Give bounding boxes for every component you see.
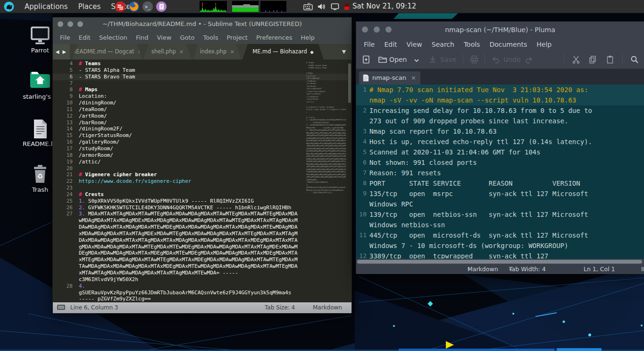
code-row: 9135/tcp open msrpc syn-ack ttl 127 Micr… <box>356 188 644 199</box>
document-tab-icon <box>363 74 369 82</box>
quick-launchers: >_ <box>115 1 167 12</box>
code-row: 123389/tcp open tcpwrapped syn-ack ttl 1… <box>356 251 644 259</box>
cpu-graph[interactable] <box>200 1 227 12</box>
code-row: Windows netbios-ssn <box>356 220 644 230</box>
sublime-menu-selection[interactable]: Selection <box>95 31 132 44</box>
code-row: Windows 7 - 10 microsoft-ds (workgroup: … <box>356 240 644 251</box>
toolbar-separator <box>485 54 485 65</box>
sublime-menu-view[interactable]: View <box>153 31 176 44</box>
pluma-toolbar: Open Save Undo <box>356 51 644 69</box>
insert-mode: INS <box>641 265 644 274</box>
sublime-tab-me-md-biohazard[interactable]: ME.md — Biohazard● <box>243 44 324 60</box>
tab-scroll-arrows[interactable]: ◀ ▶ <box>53 44 70 60</box>
sublime-menu-goto[interactable]: Goto <box>176 31 199 44</box>
anon-surf-icon[interactable] <box>115 1 125 12</box>
print-icon[interactable] <box>469 55 479 64</box>
cursor-position: Line 6, Column 3 <box>70 302 118 313</box>
pluma-menubar: FileEditViewSearchToolsDocumentsHelp <box>356 38 644 51</box>
cut-icon[interactable] <box>571 55 581 64</box>
tab-dirty-dot[interactable]: ● <box>310 50 314 54</box>
clock[interactable]: Sat Nov 21, 09:12 <box>352 0 416 13</box>
sublime-menu-edit[interactable]: Edit <box>75 31 95 44</box>
open-icon[interactable] <box>378 55 387 64</box>
terminal-icon[interactable]: >_ <box>142 1 153 12</box>
pluma-titlebar[interactable]: nmap-scan (~/THM/Blue) - Pluma <box>356 22 644 38</box>
firefox-icon[interactable] <box>129 1 139 12</box>
code-row: 284. <box>53 283 351 290</box>
sublime-menubar: FileEditSelectionFindViewGotoToolsProjec… <box>53 31 351 44</box>
search-icon[interactable] <box>630 55 639 64</box>
sublime-scrollbar[interactable] <box>348 63 351 103</box>
open-button-label[interactable]: Open <box>389 51 407 68</box>
syntax-indicator[interactable]: Markdown <box>313 302 342 313</box>
sublime-tab-readme-md-dogcat[interactable]: README.md — Dogcat× <box>72 44 142 60</box>
code-row: DEgMDAxMDAwMDAgMDAxMTAxMDEgMDAxMTEwMDEgM… <box>53 250 351 257</box>
menu-applications[interactable]: Applications <box>25 2 68 11</box>
network-graph[interactable] <box>260 1 286 12</box>
sublime-titlebar[interactable]: ~/THM/Biohazard/README.md • - Sublime Te… <box>53 17 351 31</box>
pluma-hscrollbar[interactable] <box>356 259 644 265</box>
sublime-tab-index-php[interactable]: index.php× <box>193 44 241 60</box>
sublime-menu-tools[interactable]: Tools <box>199 31 222 44</box>
tab-label: nmap-scan <box>372 71 406 85</box>
copy-icon[interactable] <box>588 55 597 64</box>
pluma-menu-tools[interactable]: Tools <box>459 38 485 51</box>
tab-close-icon[interactable]: × <box>230 49 234 55</box>
undo-button-label[interactable]: Undo <box>503 51 521 68</box>
pluma-menu-help[interactable]: Help <box>532 38 556 51</box>
sublime-menu-help[interactable]: Help <box>296 31 319 44</box>
battery-icon[interactable] <box>344 2 350 10</box>
new-document-icon[interactable] <box>362 55 371 64</box>
code-row: 2Increasing send delay for 10.10.78.63 f… <box>356 105 644 116</box>
vcs-status-icon[interactable] <box>57 305 65 310</box>
text-editor-icon[interactable] <box>156 1 167 12</box>
code-row: 3Nmap scan report for 10.10.78.63 <box>356 126 644 137</box>
pluma-tabbar: nmap-scan × <box>356 69 644 85</box>
tab-close-icon[interactable]: × <box>138 49 142 55</box>
sublime-menu-find[interactable]: Find <box>132 31 153 44</box>
paste-icon[interactable] <box>605 55 615 64</box>
memory-graph[interactable] <box>232 1 259 12</box>
sublime-menu-preferences[interactable]: Preferences <box>252 31 296 44</box>
redo-icon[interactable] <box>524 55 534 64</box>
tab-overflow-icon[interactable]: ▼ <box>337 44 351 60</box>
tab-close-icon[interactable]: × <box>411 71 416 85</box>
code-row: 8PORT STATE SERVICE REASON VERSION <box>356 178 644 188</box>
code-row: gSUERauVpvKzRpyPpuYz66JDmRTbJubaoArM6CAQ… <box>53 290 351 296</box>
sublime-menu-file[interactable]: File <box>56 31 75 44</box>
open-dropdown-icon[interactable] <box>412 56 421 65</box>
code-row: Windows RPC <box>356 199 644 209</box>
scrollbar-thumb[interactable] <box>357 260 642 264</box>
minimap[interactable]: # Teams - STARS Alpha Team - STARS Bravo… <box>306 61 347 250</box>
svg-text:>_: >_ <box>145 4 151 10</box>
parrot-logo-icon[interactable] <box>4 1 14 12</box>
trash-icon: ♻ <box>30 163 50 185</box>
tab-size-indicator[interactable]: Tab Size: 4 <box>265 302 295 313</box>
sublime-menu-project[interactable]: Project <box>222 31 251 44</box>
save-button-label[interactable]: Save <box>440 51 456 68</box>
code-row: 1# Nmap 7.70 scan initiated Tue Nov 3 21… <box>356 85 644 95</box>
pluma-menu-file[interactable]: File <box>359 38 379 51</box>
keyboard-icon[interactable] <box>303 3 313 10</box>
pluma-menu-view[interactable]: View <box>402 38 427 51</box>
pluma-statusbar: Markdown ▾ Tab Width: 4 ▾ Ln 1, Col 1 IN… <box>356 265 644 274</box>
pluma-tab-nmap-scan[interactable]: nmap-scan × <box>359 71 420 85</box>
sublime-tab-shell-php[interactable]: shell.php× <box>143 44 192 60</box>
save-icon[interactable] <box>428 55 437 64</box>
pluma-menu-search[interactable]: Search <box>427 38 459 51</box>
pluma-window: nmap-scan (~/THM/Blue) - Pluma FileEditV… <box>356 21 644 273</box>
undo-icon[interactable] <box>491 55 501 64</box>
menu-places[interactable]: Places <box>78 2 101 11</box>
display-icon[interactable] <box>331 3 339 10</box>
system-tray <box>303 0 350 13</box>
sublime-window: ~/THM/Biohazard/README.md • - Sublime Te… <box>52 17 352 313</box>
pluma-menu-edit[interactable]: Edit <box>379 38 401 51</box>
pluma-menu-documents[interactable]: Documents <box>485 38 532 51</box>
volume-icon[interactable] <box>318 3 326 10</box>
sublime-editor[interactable]: 4# Teams5- STARS Alpha Team6- STARS Brav… <box>53 60 351 302</box>
pluma-editor[interactable]: 1# Nmap 7.70 scan initiated Tue Nov 3 21… <box>356 85 644 259</box>
code-row: c3M6IHlvdV9jYW50X2h <box>53 276 351 283</box>
top-panel: Applications Places System >_ <box>0 0 644 13</box>
document-icon <box>30 118 50 140</box>
tab-close-icon[interactable]: × <box>179 49 184 55</box>
